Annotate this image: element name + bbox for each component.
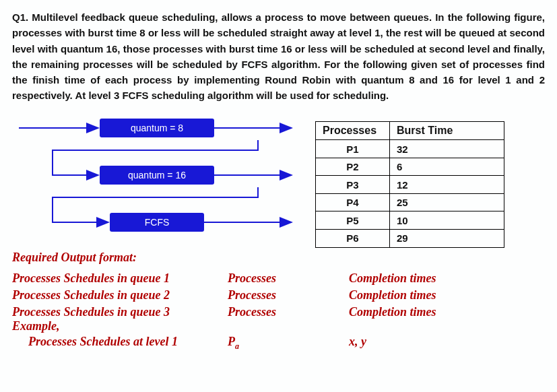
table-row: P629 [316, 229, 504, 247]
example-col2: Pa [228, 335, 349, 352]
out-q3-label: Processes Schedules in queue 3 [12, 305, 228, 319]
output-grid: Processes Schedules in queue 1 Processes… [12, 271, 545, 319]
process-table: Processes Burst Time P132 P26 P312 P425 … [315, 121, 504, 248]
question-label: Q1. [12, 11, 28, 23]
output-heading: Required Output format: [12, 251, 545, 265]
out-processes: Processes [228, 305, 349, 319]
question-body: Multilevel feedback queue scheduling, al… [12, 11, 545, 101]
header-burst: Burst Time [390, 121, 504, 140]
example-col3: x, y [349, 335, 511, 352]
out-completion: Completion times [349, 271, 511, 286]
mlfq-diagram: quantum = 8 quantum = 16 FCFS [12, 113, 295, 248]
table-row: P312 [316, 176, 504, 194]
figure-and-table-row: quantum = 8 quantum = 16 FCFS Processes … [12, 113, 545, 248]
example-label: Example, [12, 319, 545, 333]
example-row: Processes Schedules at level 1 Pa x, y [12, 335, 545, 352]
table-row: P26 [316, 158, 504, 176]
out-completion: Completion times [349, 305, 511, 319]
table-row: P132 [316, 140, 504, 158]
out-processes: Processes [228, 271, 349, 286]
table-row: P510 [316, 211, 504, 230]
out-q1-label: Processes Schedules in queue 1 [12, 271, 228, 286]
queue2-box: quantum = 16 [100, 166, 214, 185]
out-completion: Completion times [349, 288, 511, 302]
table-row: P425 [316, 193, 504, 211]
out-q2-label: Processes Schedules in queue 2 [12, 288, 228, 302]
table-header-row: Processes Burst Time [316, 121, 504, 140]
question-paragraph: Q1. Multilevel feedback queue scheduling… [12, 9, 545, 104]
example-col1: Processes Schedules at level 1 [12, 335, 228, 352]
queue1-box: quantum = 8 [100, 119, 214, 137]
header-processes: Processes [316, 121, 390, 140]
output-format-section: Required Output format: Processes Schedu… [12, 251, 545, 352]
queue3-box: FCFS [110, 213, 204, 232]
out-processes: Processes [228, 288, 349, 302]
